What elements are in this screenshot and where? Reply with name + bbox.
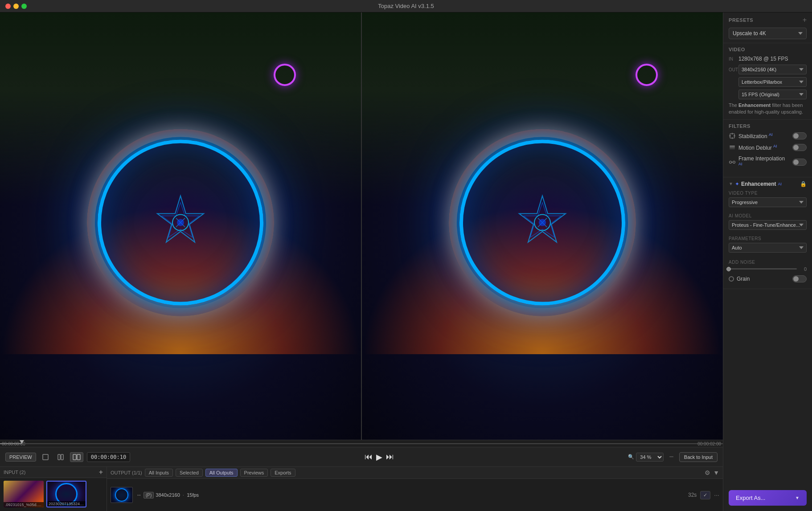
svg-point-6 [534,214,550,230]
svg-point-7 [539,219,546,226]
video-in-row: IN 1280x768 @ 15 FPS [729,56,807,62]
frame-interpolation-toggle[interactable] [792,159,807,166]
output-thumb-glow [115,488,128,502]
noise-slider[interactable] [729,268,797,270]
svg-point-21 [730,161,732,163]
filter-all-outputs[interactable]: All Outputs [205,469,238,477]
stabilization-toggle[interactable] [792,132,807,139]
input-thumb-2[interactable]: 20230207135324.mp4 ... [46,481,86,507]
zoom-select[interactable]: 34 % 50 % 100 % [636,453,664,462]
timecode-display[interactable]: 00:00:00:10 [87,452,130,462]
output-label: OUTPUT (1/1) [111,470,142,475]
output-settings-button[interactable]: ⚙ [705,469,710,476]
output-content: ↔ (P) 3840x2160 · 15fps 32s ✓ ··· [107,479,723,511]
video-out-row-crop: Letterbox/Pillarbox Crop Stretch [729,77,807,87]
step-forward-button[interactable]: ⏭ [386,452,394,462]
frame-interpolation-label: Frame Interpolation AI [738,155,790,169]
grain-row: Grain [729,275,807,282]
svg-rect-12 [77,454,80,460]
view-mode-1-button[interactable] [40,452,51,462]
svg-rect-18 [730,146,735,147]
maximize-button[interactable] [21,4,27,9]
grain-toggle[interactable] [792,275,807,282]
preview-left-canvas [0,12,361,440]
export-button[interactable]: Export As... ▼ [729,490,807,506]
svg-rect-11 [73,454,76,460]
filter-exports[interactable]: Exports [271,469,295,477]
play-button[interactable]: ▶ [376,452,382,462]
svg-point-3 [177,219,184,226]
frame-interp-ai-badge: AI [738,162,742,166]
parameters-select[interactable]: Auto Manual [729,243,807,253]
input-label: INPUT (2) [4,470,25,475]
video-header: VIDEO [729,47,807,52]
view-mode-2-button[interactable] [55,452,66,462]
filters-section: FILTERS Stabilization AI [723,120,812,177]
close-button[interactable] [5,4,11,9]
motion-deblur-icon [729,144,736,151]
filter-selected[interactable]: Selected [176,469,203,477]
video-out-fps-select[interactable]: 15 FPS (Original) 24 FPS 30 FPS 60 FPS [738,90,807,99]
preview-right [362,12,723,440]
filter-all-inputs[interactable]: All Inputs [145,469,173,477]
video-out-crop-select[interactable]: Letterbox/Pillarbox Crop Stretch [738,77,807,87]
output-more-button[interactable]: ··· [714,491,719,499]
enhancement-lock-icon[interactable]: 🔒 [800,181,807,187]
preview-right-canvas [362,12,723,440]
enhancement-section: ▼ ✦ Enhancement AI 🔒 VIDEO TYPE Progress… [723,177,812,289]
svg-rect-8 [43,454,48,460]
sidebar: PRESETS + Upscale to 4K Upscale to 1080p… [723,12,812,511]
svg-rect-10 [61,454,63,460]
preview-button[interactable]: PREVIEW [5,453,36,462]
stabilization-ai-badge: AI [769,132,773,137]
output-chevron-button[interactable]: ▼ [713,469,719,476]
ai-model-select[interactable]: Proteus - Fine-Tune/Enhance... Artemis -… [729,220,807,230]
time-end: 00:00:02:00 [697,441,721,446]
window-controls [5,4,27,9]
filter-previews[interactable]: Previews [240,469,268,477]
video-out-row-fps: 15 FPS (Original) 24 FPS 30 FPS 60 FPS [729,90,807,99]
portal-right [449,129,636,316]
grain-circle-icon [729,276,734,282]
timeline[interactable]: 00:00:00:00 00:00:02:00 [0,440,723,447]
presets-section: PRESETS + Upscale to 4K Upscale to 1080p… [723,12,812,43]
purple-moon-left [274,64,296,86]
video-out-resolution-select[interactable]: 3840x2160 (4K) 1920x1080 [738,65,807,74]
sidebar-spacer [723,289,812,485]
export-label: Export As... [736,495,765,501]
timeline-track[interactable] [0,443,723,444]
input-thumb-1[interactable]: .09231015_%05d.png ... [4,481,44,507]
star-symbol-right [511,191,574,253]
minimize-button[interactable] [13,4,19,9]
app-title: Topaz Video AI v3.1.5 [378,3,434,9]
view-mode-3-button[interactable] [70,452,83,462]
parameters-label: PARAMETERS [729,236,807,241]
purple-moon-right [636,64,658,86]
filters-title: FILTERS [729,123,750,129]
timeline-marker[interactable] [20,440,24,444]
split-view-icon [57,454,64,460]
enhancement-title: Enhancement [741,181,776,187]
output-status-button[interactable]: ✓ [700,491,710,499]
preset-select[interactable]: Upscale to 4K Upscale to 1080p Denoise [729,28,807,39]
zoom-out-button[interactable]: − [667,452,676,462]
preview-left [0,12,362,440]
motion-deblur-toggle[interactable] [792,144,807,151]
add-noise-row: 0 [729,266,807,272]
svg-rect-20 [730,148,735,149]
zoom-control: 🔍 34 % 50 % 100 % [628,453,664,462]
grain-label: Grain [737,276,790,282]
output-duration: 32s [688,492,697,498]
video-title: VIDEO [729,47,745,52]
back-to-input-button[interactable]: Back to Input [679,452,718,462]
preview-area [0,12,723,440]
add-preset-button[interactable]: + [803,16,807,24]
add-input-button[interactable]: + [99,469,103,476]
video-type-select[interactable]: Progressive Interlaced [729,197,807,207]
step-back-button[interactable]: ⏮ [365,452,373,462]
input-panel: INPUT (2) + .09231015_%05d.png ... 2023 [0,467,107,511]
output-arrow-icon: ↔ [136,492,142,498]
svg-marker-4 [519,196,566,242]
noise-slider-thumb[interactable] [726,267,731,271]
output-thumbnail [111,487,133,503]
